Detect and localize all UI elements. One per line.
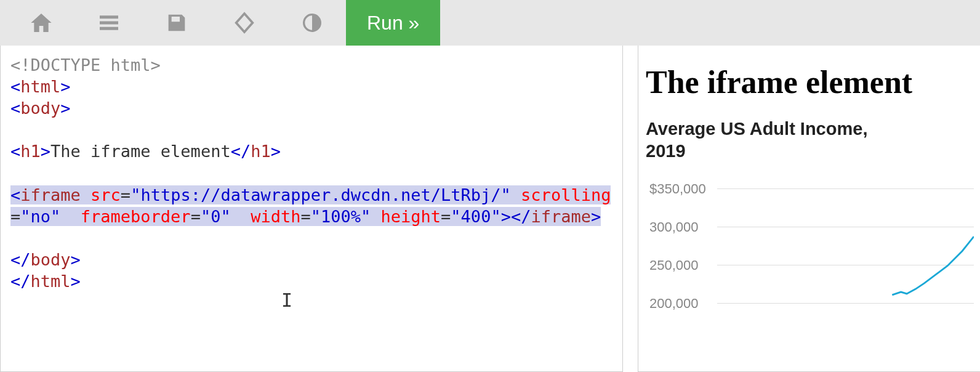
home-button[interactable]	[7, 0, 75, 46]
code-fragment: scrolling	[521, 185, 611, 204]
code-fragment	[511, 185, 521, 204]
code-fragment: </	[511, 207, 531, 226]
code-fragment: src	[90, 185, 121, 204]
code-fragment: </	[10, 272, 31, 291]
y-tick-label: 300,000	[649, 219, 699, 235]
rotate-button[interactable]	[211, 0, 278, 46]
text-cursor-icon: 𝙸	[281, 288, 292, 312]
toolbar: Run »	[0, 0, 980, 46]
code-fragment: "400"	[451, 207, 500, 226]
code-fragment: >	[60, 99, 70, 118]
code-fragment: <	[10, 185, 20, 204]
code-fragment: </	[10, 250, 31, 269]
code-fragment: body	[20, 99, 60, 118]
save-button[interactable]	[143, 0, 211, 46]
chart-title-line: Average US Adult Income,	[646, 119, 867, 139]
code-fragment: iframe	[20, 185, 81, 204]
y-tick-label: 200,000	[649, 296, 699, 312]
code-fragment: >	[271, 142, 281, 161]
run-button[interactable]: Run »	[346, 0, 440, 46]
code-fragment: h1	[251, 142, 271, 161]
code-fragment: =	[10, 207, 20, 226]
code-selection: <iframe src="https://datawrapper.dwcdn.n…	[10, 185, 611, 226]
code-fragment: "https://datawrapper.dwcdn.net/LtRbj/"	[131, 185, 511, 204]
code-fragment: =	[441, 207, 451, 226]
code-fragment: iframe	[531, 207, 591, 226]
menu-button[interactable]	[75, 0, 143, 46]
code-fragment: "100%"	[311, 207, 371, 226]
output-pane: The iframe element Average US Adult Inco…	[638, 46, 980, 372]
rotate-icon	[232, 10, 257, 35]
code-fragment: The iframe element	[50, 142, 231, 161]
menu-icon	[97, 10, 121, 35]
y-tick-label: $350,000	[649, 181, 706, 197]
code-fragment: width	[251, 207, 300, 226]
home-icon	[29, 10, 54, 35]
code-fragment: "no"	[20, 207, 60, 226]
code-fragment: >	[591, 207, 601, 226]
output-heading: The iframe element	[646, 64, 974, 100]
code-fragment: >	[60, 77, 70, 96]
code-fragment	[231, 207, 251, 226]
code-fragment: h1	[20, 142, 41, 161]
code-fragment: >	[71, 272, 81, 291]
code-fragment: "0"	[201, 207, 231, 226]
chart-title: Average US Adult Income, 2019	[646, 118, 974, 163]
code-fragment: =	[300, 207, 310, 226]
chart-title-line: 2019	[646, 141, 686, 161]
code-fragment	[81, 185, 90, 204]
chart-area: $350,000 300,000 250,000 200,000	[646, 181, 974, 341]
y-tick-label: 250,000	[649, 257, 699, 273]
code-fragment: >	[501, 207, 511, 226]
code-fragment	[60, 207, 81, 226]
code-fragment: =	[191, 207, 201, 226]
pane-gap	[623, 46, 638, 372]
theme-button[interactable]	[278, 0, 346, 46]
panes: <!DOCTYPE html> <html> <body> <h1>The if…	[0, 46, 980, 372]
code-fragment: >	[71, 250, 81, 269]
code-fragment: html	[31, 272, 71, 291]
code-fragment: frameborder	[81, 207, 191, 226]
save-icon	[164, 10, 189, 35]
code-fragment: <	[10, 142, 20, 161]
code-fragment: </	[231, 142, 251, 161]
code-fragment: body	[31, 250, 71, 269]
contrast-icon	[300, 10, 324, 35]
code-doctype: <!DOCTYPE html>	[10, 55, 161, 75]
code-fragment: >	[41, 142, 50, 161]
code-fragment: =	[121, 185, 131, 204]
code-fragment: <	[10, 77, 20, 96]
code-fragment: height	[381, 207, 441, 226]
code-fragment	[371, 207, 380, 226]
code-editor[interactable]: <!DOCTYPE html> <html> <body> <h1>The if…	[0, 46, 623, 372]
code-fragment: html	[20, 77, 60, 96]
chart-line	[717, 181, 974, 304]
code-fragment: <	[10, 99, 20, 118]
